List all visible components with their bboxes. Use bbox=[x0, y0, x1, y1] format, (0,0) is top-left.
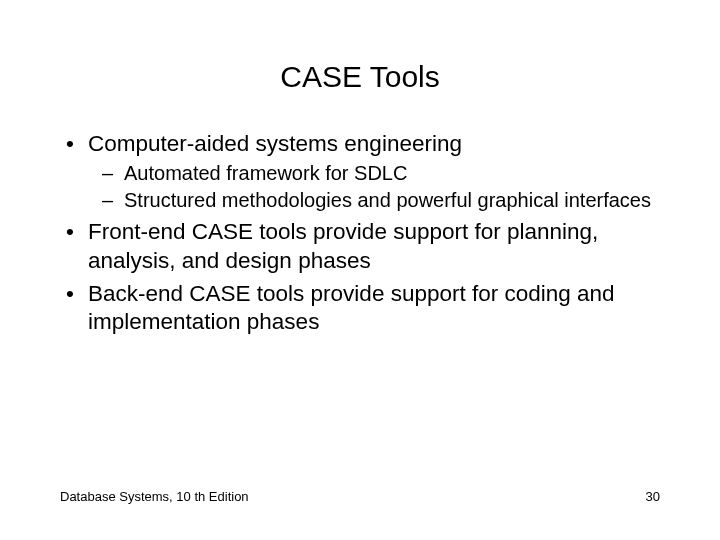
bullet-text: Automated framework for SDLC bbox=[124, 162, 407, 184]
sub-bullet-list: Automated framework for SDLC Structured … bbox=[88, 161, 660, 214]
slide-number: 30 bbox=[646, 489, 660, 504]
list-item: Computer-aided systems engineering Autom… bbox=[60, 130, 660, 214]
slide-footer: Database Systems, 10 th Edition 30 bbox=[60, 489, 660, 504]
bullet-text: Computer-aided systems engineering bbox=[88, 131, 462, 156]
bullet-list: Computer-aided systems engineering Autom… bbox=[60, 130, 660, 337]
bullet-text: Back-end CASE tools provide support for … bbox=[88, 281, 615, 335]
footer-source: Database Systems, 10 th Edition bbox=[60, 489, 249, 504]
list-item: Automated framework for SDLC bbox=[102, 161, 660, 187]
bullet-text: Front-end CASE tools provide support for… bbox=[88, 219, 598, 273]
list-item: Structured methodologies and powerful gr… bbox=[102, 188, 660, 214]
list-item: Back-end CASE tools provide support for … bbox=[60, 280, 660, 338]
bullet-text: Structured methodologies and powerful gr… bbox=[124, 189, 651, 211]
list-item: Front-end CASE tools provide support for… bbox=[60, 218, 660, 276]
slide-title: CASE Tools bbox=[60, 60, 660, 94]
slide: CASE Tools Computer-aided systems engine… bbox=[0, 0, 720, 540]
